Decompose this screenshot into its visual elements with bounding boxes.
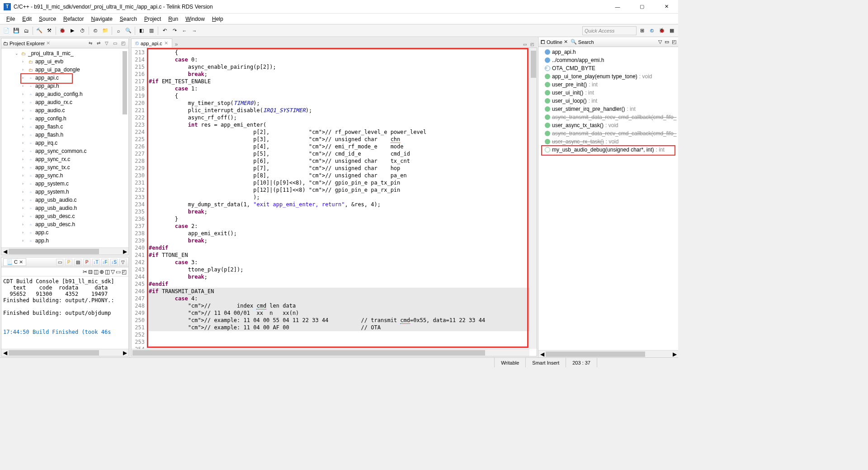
outline-scroll-right-icon[interactable]: ▶ (671, 351, 678, 357)
outline-item[interactable]: user_async_tx_task() : void (538, 121, 678, 129)
console-sub5-icon[interactable]: ◫ (105, 269, 110, 275)
menu-source[interactable]: Source (35, 15, 60, 23)
tree-scroll-left-icon[interactable]: ◀ (1, 248, 9, 255)
outline-tab[interactable]: ⧠ Outline ⨯ (540, 39, 568, 45)
outline-item[interactable]: #OTA_CMD_BYTE (538, 64, 678, 72)
tree-item[interactable]: ›▫app_sync_tx.c (1, 163, 128, 171)
outline-item[interactable]: async_transmit_data_recv_cmd_callback(cm… (538, 113, 678, 121)
menu-navigate[interactable]: Navigate (87, 15, 116, 23)
tree-item[interactable]: ›▫app_audio_rx.c (1, 98, 128, 106)
outline-item[interactable]: ../common/app_emi.h (538, 56, 678, 64)
outline-item[interactable]: user_async_rx_task() : void (538, 138, 678, 146)
next-edit-icon[interactable]: ↷ (170, 26, 179, 35)
maximize-view-icon[interactable]: ◰ (119, 40, 127, 47)
console-menu-icon[interactable]: ▽ (119, 259, 127, 266)
console-sub7-icon[interactable]: ▭ (116, 269, 121, 275)
console-sub4-icon[interactable]: ⊕ (99, 269, 104, 275)
link-editor-icon[interactable]: ⇄ (95, 40, 102, 47)
minimize-button[interactable]: — (609, 1, 626, 12)
tree-item[interactable]: ›▫app_usb_desc.h (1, 220, 128, 228)
search-tab[interactable]: 🔍 Search (571, 39, 594, 45)
outline-sort-icon[interactable]: ▽ (658, 39, 662, 45)
menu-file[interactable]: File (3, 15, 19, 23)
cpp-perspective-icon[interactable]: © (647, 26, 656, 35)
tree-item[interactable]: ›▫app_system.c (1, 180, 128, 188)
editor-hscroll-thumb[interactable] (132, 350, 485, 356)
minimize-view-icon[interactable]: ▭ (111, 40, 118, 47)
collapse-all-icon[interactable]: ⇆ (87, 40, 94, 47)
console-sub3-icon[interactable]: ◫ (94, 269, 99, 275)
outline-item[interactable]: user_ui_loop() : int (538, 97, 678, 105)
debug-perspective-icon[interactable]: 🐞 (657, 26, 666, 35)
tree-item[interactable]: ›▫app_sync_rx.c (1, 155, 128, 163)
prev-edit-icon[interactable]: ↶ (160, 26, 169, 35)
tree-item[interactable]: ⌄🗀_proj_ultra_ll_mic_ (1, 49, 128, 57)
outline-hscroll-thumb[interactable] (546, 351, 645, 357)
new-folder-icon[interactable]: 📁 (101, 26, 110, 35)
console-tab[interactable]: 📃 C ⨯ (3, 258, 26, 266)
tree-item[interactable]: ›▫app_system.h (1, 188, 128, 196)
outline-max-icon[interactable]: ◰ (672, 39, 676, 45)
open-perspective-icon[interactable]: ⊞ (637, 26, 646, 35)
close-tab-icon[interactable]: ⨯ (164, 40, 168, 46)
editor-minimize-icon[interactable]: ▭ (522, 41, 528, 47)
tree-item[interactable]: ›▫app_api.h (1, 82, 128, 90)
debug-icon[interactable]: 🐞 (58, 26, 67, 35)
outline-scroll-left-icon[interactable]: ◀ (538, 351, 546, 357)
project-explorer-tree[interactable]: ⌄🗀_proj_ultra_ll_mic_›🗀app_ui_evb›🗀app_u… (1, 48, 128, 247)
build-all-icon[interactable]: ⚒ (45, 26, 54, 35)
outline-min-icon[interactable]: ▭ (665, 39, 669, 45)
tree-item[interactable]: ›▫app.c (1, 228, 128, 237)
menu-window[interactable]: Window (182, 15, 208, 23)
console-btn3-icon[interactable]: ▤ (74, 259, 81, 266)
editor-tab-overflow[interactable]: » (172, 41, 181, 47)
tree-item[interactable]: ›▫app_flash.c (1, 123, 128, 131)
back-icon[interactable]: ← (180, 26, 189, 35)
console-pin-icon[interactable]: ▭ (56, 259, 63, 266)
tree-item[interactable]: ›▫app_irq.c (1, 139, 128, 147)
resource-perspective-icon[interactable]: ▦ (667, 26, 676, 35)
console-hscroll-thumb[interactable] (9, 350, 99, 356)
tree-item[interactable]: ›▫app_usb_audio.h (1, 204, 128, 212)
save-all-icon[interactable]: 🗂 (22, 26, 31, 35)
console-btn2-icon[interactable]: P (65, 259, 72, 266)
outline-item[interactable]: app_ui_tone_play(enum type_tone) : void (538, 72, 678, 81)
console-btn4-icon[interactable]: P (83, 259, 90, 266)
console-sub8-icon[interactable]: ◰ (122, 269, 127, 275)
tree-item[interactable]: ›▫app_sync_common.c (1, 147, 128, 155)
console-btn5-icon[interactable]: ↓T (92, 259, 99, 266)
tree-scrollbar-thumb[interactable] (123, 51, 127, 114)
editor-vscrollbar[interactable] (529, 48, 537, 349)
console-sub2-icon[interactable]: ⊟ (88, 269, 93, 275)
tree-item[interactable]: ›▫app_sync.h (1, 171, 128, 180)
editor-maximize-icon[interactable]: ◰ (529, 41, 535, 47)
tree-item[interactable]: ›▫app_api.c (1, 74, 128, 82)
outline-list[interactable]: app_api.h../common/app_emi.h#OTA_CMD_BYT… (538, 47, 678, 350)
tree-item[interactable]: ›▫app.h (1, 237, 128, 245)
console-scroll-left-icon[interactable]: ◀ (1, 349, 9, 356)
menu-help[interactable]: Help (208, 15, 227, 23)
editor-tab-app-api[interactable]: © app_api.c ⨯ (131, 38, 172, 47)
menu-project[interactable]: Project (141, 15, 165, 23)
tree-item[interactable]: ›▫app_audio.c (1, 106, 128, 114)
menu-edit[interactable]: Edit (19, 15, 35, 23)
save-icon[interactable]: 💾 (12, 26, 21, 35)
outline-item[interactable]: my_usb_audio_debug(unsigned char*, int) … (538, 146, 678, 154)
console-scroll-right-icon[interactable]: ▶ (121, 349, 128, 356)
quick-access-input[interactable]: Quick Access (582, 26, 637, 35)
console-sub1-icon[interactable]: ✂ (83, 269, 87, 275)
console-sub6-icon[interactable]: ▽ (111, 269, 115, 275)
tree-item[interactable]: ›▫app_usb_audio.c (1, 196, 128, 204)
outline-item[interactable]: user_pre_init() : int (538, 81, 678, 89)
menu-refactor[interactable]: Refactor (60, 15, 87, 23)
build-icon[interactable]: 🔨 (35, 26, 44, 35)
menu-run[interactable]: Run (165, 15, 182, 23)
tree-item[interactable]: ›🗀app_ui_evb (1, 57, 128, 66)
next-annotation-icon[interactable]: ▥ (147, 26, 156, 35)
tree-item[interactable]: ›▫app_usb_desc.c (1, 212, 128, 220)
tree-item[interactable]: ›🗀app_ui_pa_dongle (1, 66, 128, 74)
new-class-icon[interactable]: © (91, 26, 100, 35)
toggle-mark-icon[interactable]: ◧ (137, 26, 146, 35)
editor-hscrollbar[interactable] (132, 349, 529, 356)
code-editor[interactable]: 213 214 215 216 217 218 219 220 221 222 … (131, 48, 537, 356)
